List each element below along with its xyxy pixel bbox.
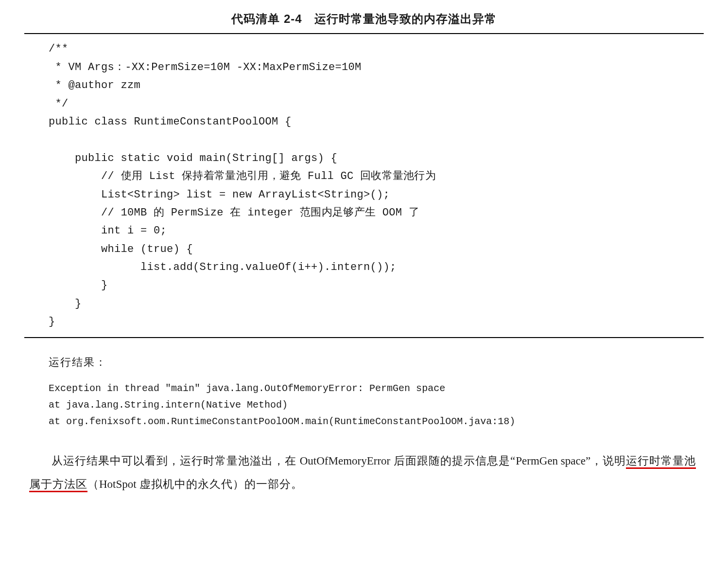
code-line: * VM Args：-XX:PermSize=10M -XX:MaxPermSi…: [49, 61, 361, 73]
code-line: /**: [49, 43, 69, 55]
listing-title: 代码清单 2-4 运行时常量池导致的内存溢出异常: [24, 10, 704, 32]
code-line: // 10MB 的 PermSize 在 integer 范围内足够产生 OOM…: [49, 207, 419, 219]
para-text: OutOfMemoryError: [300, 455, 391, 467]
explanation-paragraph: 从运行结果中可以看到，运行时常量池溢出，在 OutOfMemoryError 后…: [24, 440, 704, 497]
result-output: Exception in thread "main" java.lang.Out…: [24, 375, 704, 440]
result-line: at org.fenixsoft.oom.RuntimeConstantPool…: [49, 416, 515, 427]
code-line: }: [49, 298, 82, 310]
code-line: while (true) {: [49, 243, 193, 255]
code-line: public class RuntimeConstantPoolOOM {: [49, 116, 292, 128]
para-text: 从运行结果中可以看到，运行时常量池溢出，在: [52, 455, 300, 467]
code-line: int i = 0;: [49, 225, 167, 237]
code-line: list.add(String.valueOf(i++).intern());: [49, 261, 397, 273]
code-line: */: [49, 98, 69, 110]
code-line: List<String> list = new ArrayList<String…: [49, 189, 390, 201]
bottom-rule: [24, 337, 704, 338]
para-text: 后面跟随的提示信息是“: [390, 455, 516, 467]
code-line: * @author zzm: [49, 79, 140, 91]
code-line: }: [49, 316, 55, 328]
code-listing: /** * VM Args：-XX:PermSize=10M -XX:MaxPe…: [24, 35, 704, 336]
top-rule: [24, 33, 704, 34]
para-text: 虚拟机中的永久代）的一部分。: [137, 478, 303, 490]
para-text: PermGen space: [516, 455, 586, 467]
code-line: // 使用 List 保持着常量池引用，避免 Full GC 回收常量池行为: [49, 170, 436, 182]
result-label: 运行结果：: [24, 339, 704, 375]
para-text: HotSpot: [99, 478, 137, 490]
code-line: public static void main(String[] args) {: [49, 152, 337, 164]
code-line: }: [49, 279, 108, 291]
result-line: Exception in thread "main" java.lang.Out…: [49, 383, 445, 394]
para-text: ”，说明: [586, 455, 626, 467]
result-line: at java.lang.String.intern(Native Method…: [49, 399, 288, 411]
para-text: （: [87, 478, 99, 490]
